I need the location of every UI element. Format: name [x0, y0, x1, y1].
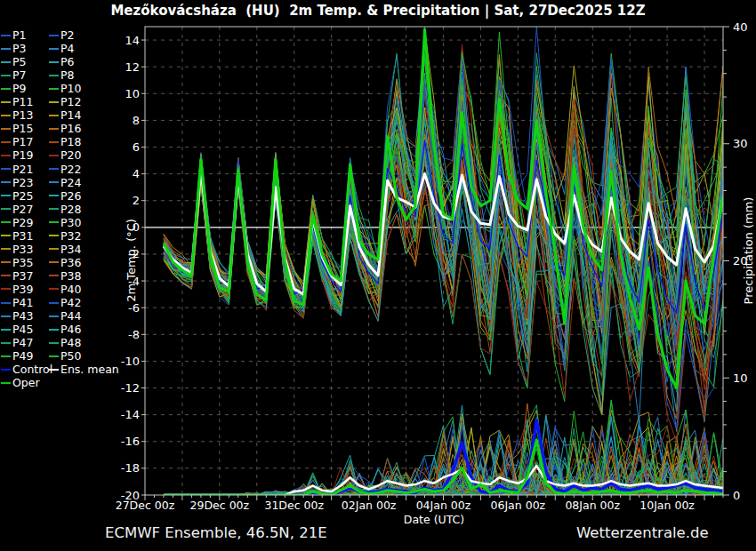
precip-axis-title: Precipitation (mm): [742, 197, 755, 305]
temp-tick-label: -6: [128, 301, 140, 315]
temp-tick-label: 6: [133, 140, 140, 154]
temp-tick-label: 12: [125, 60, 140, 74]
temp-tick-label: -16: [121, 435, 140, 448]
temp-tick-label: 2: [133, 194, 140, 207]
precip-tick-label: 0: [733, 489, 740, 502]
temp-tick-label: -18: [121, 461, 140, 475]
time-tick-label: 10Jan 00z: [639, 499, 695, 512]
model-info: ECMWF Ensemble, 46.5N, 21E: [105, 524, 327, 541]
ensemble-chart: 14121086420-2-4-6-8-10-12-14-16-18-20403…: [0, 0, 756, 551]
time-tick-label: 31Dec 00z: [264, 499, 324, 512]
temp-tick-label: -12: [121, 381, 140, 395]
time-tick-label: 08Jan 00z: [565, 499, 620, 512]
time-tick-label: 06Jan 00z: [491, 499, 546, 512]
temp-axis-title: 2m Temp. (°C): [125, 219, 138, 302]
temp-tick-label: 10: [125, 87, 140, 100]
meteogram-window: Mezőkovácsháza (HU) 2m Temp. & Precipita…: [0, 0, 756, 551]
time-tick-label: 04Jan 00z: [416, 499, 471, 512]
precip-tick-label: 30: [733, 137, 748, 150]
watermark: Wetterzentrale.de: [576, 524, 709, 541]
temp-tick-label: 14: [125, 34, 140, 47]
temp-tick-label: -14: [121, 408, 140, 421]
temp-tick-label: 8: [133, 114, 140, 127]
temp-tick-label: -10: [121, 355, 140, 368]
precip-tick-label: 10: [733, 371, 748, 385]
precip-tick-label: 40: [733, 20, 748, 34]
temp-tick-label: -8: [128, 328, 140, 341]
temp-tick-label: 4: [133, 167, 140, 180]
time-tick-label: 02Jan 00z: [342, 499, 397, 512]
time-tick-label: 29Dec 00z: [190, 499, 250, 512]
time-tick-label: 27Dec 00z: [116, 499, 175, 512]
